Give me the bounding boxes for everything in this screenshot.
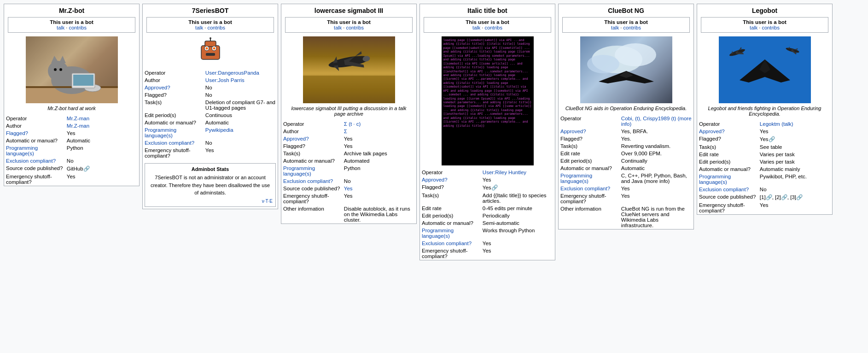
field-label: Edit period(s): [697, 158, 758, 165]
table-row: Source code published?Yes: [281, 185, 416, 192]
svg-point-16: [213, 47, 215, 50]
table-row: Edit period(s)Varies per task: [697, 158, 832, 165]
label-link[interactable]: Programming language(s): [560, 173, 592, 184]
bot-title: Mr.Z-bot: [4, 4, 139, 15]
table-row: Approved?No: [143, 84, 278, 91]
field-label: Operator: [697, 120, 758, 128]
label-link[interactable]: Exclusion compliant?: [699, 187, 749, 192]
label-link[interactable]: Exclusion compliant?: [283, 178, 333, 184]
table-row: Approved?Yes: [697, 128, 832, 135]
contribs-link[interactable]: contribs: [69, 25, 87, 30]
contribs-link[interactable]: contribs: [207, 25, 225, 30]
talk-link[interactable]: talk: [472, 25, 480, 30]
value-link[interactable]: Mr.Z-man: [67, 123, 89, 129]
talk-link[interactable]: talk: [611, 25, 619, 30]
table-row: Automatic or manual?Automatic: [143, 119, 278, 126]
label-link[interactable]: Approved?: [145, 85, 170, 90]
field-value: Yes: [619, 192, 693, 205]
field-value: No: [342, 177, 416, 185]
field-label: Edit period(s): [143, 112, 204, 119]
label-link[interactable]: Approved?: [560, 129, 586, 134]
label-link[interactable]: Approved?: [699, 129, 725, 134]
field-label: Approved?: [143, 84, 204, 91]
field-label: Flagged?: [4, 129, 65, 137]
table-row: Emergency shutoff-compliant?Yes: [143, 147, 278, 159]
field-label: Source code published?: [281, 185, 342, 192]
field-label: Operator: [143, 69, 204, 76]
field-value: User:DangerousPanda: [204, 69, 278, 76]
value-link[interactable]: Pywikipedia: [205, 127, 233, 133]
bot-links[interactable]: talk · contribs: [12, 25, 131, 30]
table-row: OperatorUser:DangerousPanda: [143, 69, 278, 76]
value-link[interactable]: User:DangerousPanda: [205, 70, 259, 76]
label-link[interactable]: Programming language(s): [283, 165, 315, 176]
table-row: AuthorUser:Josh Parris: [143, 76, 278, 84]
svg-rect-10: [73, 75, 93, 86]
value-link[interactable]: Cobi, (t), Crispy1989 (t) (more info): [621, 116, 692, 127]
value-link[interactable]: Legoktm (talk): [760, 121, 793, 127]
field-label: Flagged?: [559, 135, 619, 142]
value-link[interactable]: Σ (t · c): [344, 121, 361, 127]
svg-marker-3: [51, 56, 59, 63]
field-label: Programming language(s): [420, 227, 481, 240]
info-table: OperatorΣ (t · c)AuthorΣApproved?YesFlag…: [281, 120, 416, 224]
adminbot-footer-links[interactable]: v·T·E: [148, 199, 273, 204]
field-label: Emergency shutoff-compliant?: [559, 192, 619, 205]
label-link[interactable]: Approved?: [283, 136, 309, 141]
field-value: Pywikibot, PHP, etc.: [758, 173, 832, 186]
field-label: Exclusion compliant?: [4, 157, 65, 165]
field-label: Author: [281, 128, 342, 135]
talk-link[interactable]: talk: [334, 25, 342, 30]
bot-card: 7SeriesBOTThis user is a bottalk · contr…: [142, 4, 278, 209]
field-value: Add {{Italic title}} to species articles…: [481, 192, 555, 205]
svg-rect-20: [303, 76, 395, 103]
field-label: Exclusion compliant?: [143, 139, 204, 147]
field-label: Automatic or manual?: [559, 165, 619, 172]
label-link[interactable]: Programming language(s): [145, 127, 176, 138]
bot-notice-box: This user is a bottalk · contribs: [562, 17, 690, 33]
talk-link[interactable]: talk: [750, 25, 757, 30]
label-link[interactable]: Programming language(s): [699, 174, 731, 185]
contribs-link[interactable]: contribs: [762, 25, 780, 30]
label-link[interactable]: Exclusion compliant?: [145, 140, 194, 146]
table-row: OperatorLegoktm (talk): [697, 120, 832, 128]
field-label: Task(s): [143, 99, 204, 112]
value-link[interactable]: Σ: [344, 129, 347, 134]
bot-links[interactable]: talk · contribs: [151, 25, 270, 30]
talk-link[interactable]: talk: [57, 25, 64, 30]
label-link[interactable]: Exclusion compliant?: [6, 158, 56, 164]
table-row: Task(s)Archive talk pages: [281, 150, 416, 157]
table-row: Automatic or manual?Automatic mainly: [697, 165, 832, 173]
field-label: Operator: [4, 115, 65, 122]
field-label: Emergency shutoff-compliant?: [143, 147, 204, 159]
bot-notice-text: This user is a bot: [12, 19, 131, 25]
svg-point-15: [205, 47, 208, 50]
contribs-link[interactable]: contribs: [484, 25, 502, 30]
contribs-link[interactable]: contribs: [623, 25, 641, 30]
table-row: Edit period(s)Periodically: [420, 212, 555, 219]
label-link[interactable]: Exclusion compliant?: [422, 241, 472, 246]
value-link[interactable]: Mr.Z-man: [67, 116, 89, 121]
label-link[interactable]: Programming language(s): [6, 145, 38, 156]
field-value: Yes.: [619, 135, 693, 142]
bot-links[interactable]: talk · contribs: [289, 25, 408, 30]
bot-links[interactable]: talk · contribs: [428, 25, 547, 30]
label-link[interactable]: Flagged?: [6, 130, 28, 136]
bot-links[interactable]: talk · contribs: [566, 25, 686, 30]
field-label: Author: [4, 122, 65, 129]
bot-links[interactable]: talk · contribs: [705, 25, 824, 30]
label-link[interactable]: Exclusion compliant?: [560, 186, 610, 191]
field-value: [1]🔗, [2]🔗, [3]🔗: [758, 193, 832, 201]
table-row: Emergency shutoff-compliant?Yes: [559, 192, 693, 205]
label-link[interactable]: Programming language(s): [422, 228, 454, 239]
contribs-link[interactable]: contribs: [346, 25, 364, 30]
field-value: Σ (t · c): [342, 120, 416, 128]
value-link[interactable]: Yes: [344, 186, 353, 191]
value-link[interactable]: User:Riley Huntley: [483, 170, 526, 175]
value-link[interactable]: User:Josh Parris: [205, 77, 245, 83]
field-label: Automatic or manual?: [420, 219, 481, 227]
label-link[interactable]: Approved?: [422, 177, 448, 182]
field-value: Python: [342, 165, 416, 177]
field-label: Programming language(s): [559, 172, 619, 185]
talk-link[interactable]: talk: [195, 25, 203, 30]
